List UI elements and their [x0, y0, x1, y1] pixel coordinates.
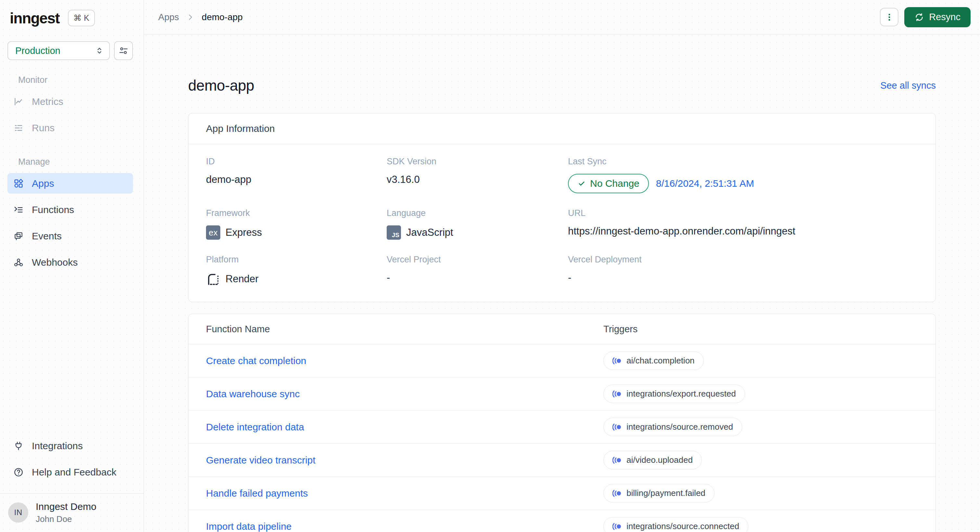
column-function-name: Function Name — [206, 324, 603, 335]
table-row: Generate video transcript ai/video.uploa… — [188, 443, 935, 476]
app-information-title: App Information — [188, 113, 935, 144]
trigger-name: billing/payment.failed — [627, 488, 705, 498]
functions-table-card: Function Name Triggers Create chat compl… — [188, 314, 936, 532]
sidebar-item-label: Metrics — [32, 97, 64, 106]
pulse-icon — [612, 457, 622, 464]
breadcrumb: Apps demo-app — [158, 12, 243, 22]
sidebar-item-functions[interactable]: Functions — [8, 199, 133, 220]
no-change-badge: No Change — [568, 174, 649, 193]
trigger-pill[interactable]: ai/video.uploaded — [603, 451, 702, 469]
resync-button[interactable]: Resync — [904, 7, 970, 27]
function-link[interactable]: Create chat completion — [206, 355, 306, 366]
sidebar-item-webhooks[interactable]: Webhooks — [8, 252, 133, 273]
no-change-label: No Change — [590, 178, 640, 189]
sidebar-item-help[interactable]: Help and Feedback — [8, 462, 133, 483]
field-id: ID demo-app — [206, 157, 387, 193]
table-row: Create chat completion ai/chat.completio… — [188, 344, 935, 377]
function-link[interactable]: Handle failed payments — [206, 488, 308, 499]
breadcrumb-apps[interactable]: Apps — [158, 12, 179, 22]
sidebar-item-label: Runs — [32, 123, 54, 133]
column-triggers: Triggers — [603, 324, 918, 335]
trigger-name: integrations/source.removed — [627, 422, 733, 432]
topbar: Apps demo-app Resync — [144, 0, 980, 35]
more-options-button[interactable] — [880, 8, 899, 26]
sliders-icon — [119, 46, 128, 56]
logo-row: inngest ⌘ K — [8, 10, 133, 26]
metrics-icon — [14, 97, 23, 106]
field-language: Language JS JavaScript — [387, 208, 568, 240]
sidebar-item-label: Webhooks — [32, 257, 78, 267]
platform-name: Render — [226, 273, 259, 285]
user-menu[interactable]: IN Inngest Demo John Doe — [8, 501, 133, 524]
trigger-name: ai/chat.completion — [627, 356, 695, 366]
pulse-icon — [612, 391, 622, 397]
field-label: Last Sync — [568, 157, 918, 167]
field-value: ex Express — [206, 226, 387, 240]
trigger-pill[interactable]: ai/chat.completion — [603, 351, 704, 370]
sidebar-item-label: Events — [32, 231, 62, 241]
field-label: Language — [387, 208, 568, 218]
sidebar: inngest ⌘ K Production Monitor Metrics — [0, 0, 144, 532]
function-link[interactable]: Delete integration data — [206, 422, 304, 432]
last-sync-value: No Change 8/16/2024, 2:51:31 AM — [568, 174, 918, 193]
page-content: demo-app See all syncs App Information I… — [144, 35, 980, 532]
command-k-shortcut[interactable]: ⌘ K — [68, 10, 95, 26]
field-vercel-deployment: Vercel Deployment - — [568, 255, 918, 286]
app-information-grid: ID demo-app SDK Version v3.16.0 Last Syn… — [188, 144, 935, 302]
sidebar-item-metrics[interactable]: Metrics — [8, 91, 133, 112]
environment-select[interactable]: Production — [8, 41, 110, 60]
render-icon — [206, 272, 220, 286]
trigger-pill[interactable]: integrations/export.requested — [603, 384, 745, 403]
table-row: Data warehouse sync integrations/export.… — [188, 377, 935, 410]
environment-settings-button[interactable] — [114, 41, 133, 60]
breadcrumb-demo-app[interactable]: demo-app — [202, 12, 243, 22]
sidebar-item-events[interactable]: Events — [8, 226, 133, 246]
function-link[interactable]: Data warehouse sync — [206, 388, 300, 399]
user-info: Inngest Demo John Doe — [36, 501, 97, 524]
pulse-icon — [612, 357, 622, 364]
topbar-actions: Resync — [880, 7, 970, 27]
field-label: Platform — [206, 255, 387, 265]
trigger-name: integrations/export.requested — [627, 389, 736, 399]
field-label: SDK Version — [387, 157, 568, 167]
sidebar-section-manage: Manage — [8, 157, 133, 167]
function-link[interactable]: Generate video transcript — [206, 455, 315, 465]
sidebar-item-integrations[interactable]: Integrations — [8, 436, 133, 456]
question-circle-icon — [14, 467, 23, 477]
app-root: inngest ⌘ K Production Monitor Metrics — [0, 0, 980, 532]
user-name: John Doe — [36, 514, 97, 524]
table-row: Delete integration data integrations/sou… — [188, 410, 935, 443]
environment-label: Production — [15, 46, 60, 56]
field-value: v3.16.0 — [387, 174, 568, 186]
express-icon: ex — [206, 226, 220, 240]
trigger-pill[interactable]: integrations/source.removed — [603, 418, 742, 436]
sidebar-item-label: Help and Feedback — [32, 467, 116, 477]
field-vercel-project: Vercel Project - — [387, 255, 568, 286]
see-all-syncs-link[interactable]: See all syncs — [880, 80, 936, 91]
field-url: URL https://inngest-demo-app.onrender.co… — [568, 208, 918, 240]
events-icon — [14, 231, 23, 241]
field-framework: Framework ex Express — [206, 208, 387, 240]
sidebar-item-apps[interactable]: Apps — [8, 173, 133, 194]
functions-table-header: Function Name Triggers — [188, 314, 935, 344]
sidebar-item-runs[interactable]: Runs — [8, 118, 133, 138]
app-url: https://inngest-demo-app.onrender.com/ap… — [568, 226, 918, 237]
trigger-pill[interactable]: integrations/source.connected — [603, 517, 748, 532]
pulse-icon — [612, 523, 622, 530]
last-sync-timestamp-link[interactable]: 8/16/2024, 2:51:31 AM — [656, 178, 754, 189]
page-title: demo-app — [188, 77, 254, 94]
trigger-name: ai/video.uploaded — [627, 455, 693, 465]
sidebar-item-label: Apps — [32, 179, 54, 188]
table-row: Import data pipeline integrations/source… — [188, 510, 935, 532]
environment-row: Production — [8, 41, 133, 60]
sidebar-divider — [0, 493, 144, 494]
field-value: demo-app — [206, 174, 387, 186]
webhooks-icon — [14, 257, 23, 267]
function-link[interactable]: Import data pipeline — [206, 521, 292, 532]
apps-icon — [14, 179, 23, 188]
field-label: ID — [206, 157, 387, 167]
field-label: URL — [568, 208, 918, 218]
field-platform: Platform Render — [206, 255, 387, 286]
trigger-pill[interactable]: billing/payment.failed — [603, 484, 714, 502]
field-value: Render — [206, 272, 387, 286]
